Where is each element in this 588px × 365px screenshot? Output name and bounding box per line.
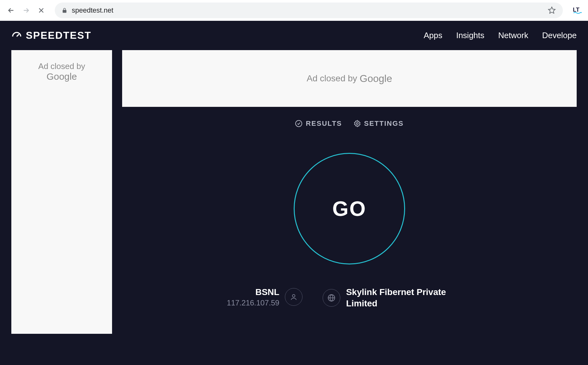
svg-text:LT: LT: [573, 7, 580, 13]
go-wrap: GO: [122, 153, 577, 264]
ip-address: 117.216.107.59: [227, 298, 280, 307]
globe-icon: [323, 289, 340, 307]
go-button[interactable]: GO: [294, 153, 405, 264]
svg-point-1: [296, 120, 302, 127]
lock-icon: [62, 8, 67, 13]
forward-button[interactable]: [21, 6, 31, 15]
sub-nav: RESULTS SETTINGS: [122, 119, 577, 128]
content-row: Ad closed by Google Ad closed by Google …: [0, 50, 588, 334]
gauge-icon: [11, 30, 22, 41]
main-nav: Apps Insights Network Develope: [424, 31, 577, 40]
logo-text: SPEEDTEST: [26, 30, 91, 41]
gear-icon: [353, 120, 361, 127]
url-text: speedtest.net: [72, 6, 113, 14]
ad-google-text: Google: [360, 73, 392, 84]
back-button[interactable]: [6, 6, 16, 15]
main-area: Ad closed by Google RESULTS SETTINGS GO: [122, 50, 577, 334]
bookmark-star-icon[interactable]: [548, 6, 556, 14]
nav-apps[interactable]: Apps: [424, 31, 442, 40]
stop-button[interactable]: [37, 6, 46, 15]
settings-label: SETTINGS: [364, 119, 404, 128]
ad-closed-text: Ad closed by: [307, 73, 357, 84]
logo[interactable]: SPEEDTEST: [11, 30, 91, 41]
isp-name: BSNL: [227, 287, 280, 298]
browser-toolbar: speedtest.net LT: [0, 0, 588, 21]
connection-row: BSNL 117.216.107.59 Skylink Fibernet Pri…: [122, 287, 577, 310]
site-header: SPEEDTEST Apps Insights Network Develope: [0, 21, 588, 50]
nav-developers[interactable]: Develope: [542, 31, 577, 40]
server-block[interactable]: Skylink Fibernet Private Limited: [323, 287, 472, 310]
user-icon: [285, 288, 302, 306]
go-label: GO: [332, 197, 367, 221]
server-name: Skylink Fibernet Private Limited: [346, 287, 472, 310]
ad-banner: Ad closed by Google: [122, 50, 577, 107]
extension-icon[interactable]: LT: [573, 6, 582, 15]
nav-insights[interactable]: Insights: [456, 31, 484, 40]
nav-network[interactable]: Network: [498, 31, 528, 40]
ad-google-text: Google: [47, 71, 77, 82]
results-link[interactable]: RESULTS: [295, 119, 342, 128]
address-bar[interactable]: speedtest.net: [55, 3, 563, 18]
svg-point-2: [356, 123, 358, 125]
isp-block[interactable]: BSNL 117.216.107.59: [227, 287, 303, 307]
ad-sidebar: Ad closed by Google: [11, 50, 112, 334]
ad-closed-text: Ad closed by: [38, 61, 85, 71]
svg-point-3: [292, 295, 295, 297]
page-content: SPEEDTEST Apps Insights Network Develope…: [0, 21, 588, 365]
results-label: RESULTS: [306, 119, 342, 128]
check-circle-icon: [295, 120, 302, 127]
settings-link[interactable]: SETTINGS: [353, 119, 404, 128]
